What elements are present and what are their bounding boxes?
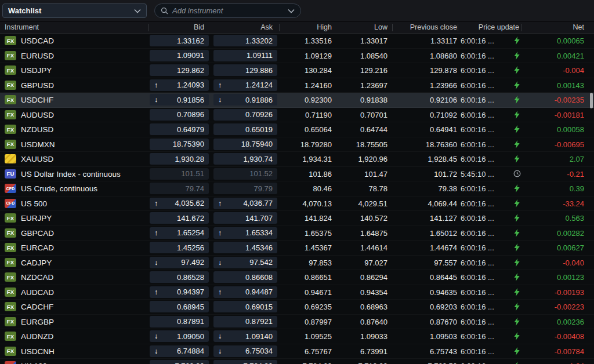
ask-button[interactable]: ↑ 0.94487 bbox=[213, 286, 277, 298]
bid-button[interactable]: 0.70896 bbox=[150, 109, 209, 121]
ask-button[interactable]: 0.70926 bbox=[213, 109, 277, 121]
high-value: 0.65064 bbox=[283, 122, 332, 137]
table-row[interactable]: FX CADCHF 0.68945 0.69015 0.69235 0.6896… bbox=[0, 300, 594, 315]
instrument-name: CADCHF bbox=[21, 300, 53, 315]
bid-button[interactable]: ↑ 1.24093 bbox=[150, 79, 209, 91]
bid-button[interactable]: ↓ 0.91856 bbox=[150, 94, 209, 105]
fx-badge: FX bbox=[5, 243, 16, 252]
table-row[interactable]: FX AUDUSD 0.70896 0.70926 0.71190 0.7070… bbox=[0, 108, 594, 123]
ask-button[interactable]: 0.65019 bbox=[213, 123, 277, 135]
table-row[interactable]: FX EURUSD 1.09091 1.09111 1.09129 1.0854… bbox=[0, 49, 594, 64]
ask-button[interactable]: 1,930.74 bbox=[213, 153, 277, 165]
table-row[interactable]: FX EURCAD 1.45256 1.45346 1.45367 1.4461… bbox=[0, 241, 594, 256]
bid-value: 1.09050 bbox=[177, 332, 204, 341]
bid-button[interactable]: 0.68945 bbox=[150, 301, 209, 312]
bid-button[interactable]: ↓ 6.74884 bbox=[150, 345, 209, 357]
table-row[interactable]: XAUUSD 1,930.28 1,930.74 1,934.31 1,920.… bbox=[0, 152, 594, 167]
column-header-low[interactable]: Low bbox=[342, 21, 387, 34]
ask-button[interactable]: 79.79 bbox=[213, 183, 277, 194]
column-divider bbox=[521, 24, 521, 31]
table-row[interactable]: FX NZDCAD 0.86528 0.86608 0.86651 0.8629… bbox=[0, 270, 594, 285]
bid-button[interactable]: ↓ 97.492 bbox=[150, 257, 209, 268]
ask-button[interactable]: ↓ 1.09140 bbox=[213, 330, 277, 342]
table-row[interactable]: FX GBPUSD ↑ 1.24093 ↑ 1.24124 1.24160 1.… bbox=[0, 78, 594, 93]
table-row[interactable]: FX USDMXN 18.75390 18.75940 18.79280 18.… bbox=[0, 137, 594, 152]
table-row[interactable]: FX GBPCAD ↑ 1.65254 ↑ 1.65334 1.65375 1.… bbox=[0, 226, 594, 241]
ask-button[interactable]: ↑ 7,764.30 bbox=[213, 360, 277, 364]
ask-button[interactable]: 1.33202 bbox=[213, 35, 277, 46]
table-row[interactable]: FX USDCAD 1.33162 1.33202 1.33516 1.3301… bbox=[0, 34, 594, 49]
table-row[interactable]: FX USDJPY 129.862 129.886 130.284 129.21… bbox=[0, 63, 594, 78]
table-row[interactable]: FX USDCNH ↓ 6.74884 ↓ 6.75034 6.75767 6.… bbox=[0, 344, 594, 359]
bid-button[interactable]: 1,930.28 bbox=[150, 153, 209, 165]
ask-button[interactable]: 101.52 bbox=[213, 168, 277, 180]
price-update-time: 6:00:16 ... bbox=[461, 329, 494, 344]
ask-button[interactable]: 129.886 bbox=[213, 64, 277, 76]
table-row[interactable]: FX AUDCAD ↑ 0.94397 ↑ 0.94487 0.94671 0.… bbox=[0, 285, 594, 300]
bid-button[interactable]: 18.75390 bbox=[150, 139, 209, 150]
ask-button[interactable]: 0.87921 bbox=[213, 316, 277, 327]
low-value: 1.23697 bbox=[342, 78, 387, 93]
table-row[interactable]: FX USDCHF ↓ 0.91856 ↓ 0.91886 0.92300 0.… bbox=[0, 93, 594, 108]
column-header-net[interactable]: Net bbox=[522, 21, 584, 34]
instrument-name: AUDUSD bbox=[21, 108, 54, 123]
high-value: 1.24160 bbox=[283, 78, 332, 93]
ask-button[interactable]: 1.09111 bbox=[213, 50, 277, 61]
price-update-time: 5:45:10 ... bbox=[461, 167, 494, 182]
table-row[interactable]: CFD US 500 ↑ 4,035.62 ↑ 4,036.77 4,070.1… bbox=[0, 196, 594, 212]
ask-button[interactable]: ↑ 1.24124 bbox=[213, 79, 277, 91]
ask-button[interactable]: ↓ 97.542 bbox=[213, 257, 277, 268]
instrument-name: NZDUSD bbox=[21, 122, 53, 137]
table-row[interactable]: CFD UK 100 ↑ 7,762.30 ↑ 7,764.30 7,784.6… bbox=[0, 359, 594, 364]
bid-button[interactable]: ↓ 1.09050 bbox=[150, 330, 209, 342]
table-row[interactable]: FX EURGBP 0.87891 0.87921 0.87997 0.8764… bbox=[0, 315, 594, 330]
bid-value: 0.68945 bbox=[177, 303, 204, 311]
ask-button[interactable]: ↓ 0.91886 bbox=[213, 94, 277, 105]
fx-badge: FX bbox=[5, 302, 16, 311]
ask-button[interactable]: ↑ 4,036.77 bbox=[213, 198, 277, 209]
ask-button[interactable]: ↑ 1.65334 bbox=[213, 227, 277, 239]
add-instrument-search[interactable]: Add instrument bbox=[154, 3, 301, 18]
ask-button[interactable]: ↓ 6.75034 bbox=[213, 345, 277, 357]
bid-button[interactable]: ↑ 1.65254 bbox=[150, 227, 209, 239]
ask-button[interactable]: 1.45346 bbox=[213, 242, 277, 253]
table-row[interactable]: FX NZDUSD 0.64979 0.65019 0.65064 0.6474… bbox=[0, 122, 594, 137]
watchlist-dropdown[interactable]: Watchlist bbox=[2, 3, 147, 18]
bid-button[interactable]: ↑ 4,035.62 bbox=[150, 198, 209, 209]
bid-button[interactable]: 1.45256 bbox=[150, 242, 209, 253]
ask-value: 0.87921 bbox=[245, 317, 273, 326]
column-header-price-update[interactable]: Price update bbox=[458, 21, 519, 34]
low-value: 7,713.20 bbox=[342, 359, 387, 364]
table-row[interactable]: FX CADJPY ↓ 97.492 ↓ 97.542 97.853 97.02… bbox=[0, 256, 594, 271]
fx-badge: FX bbox=[5, 332, 16, 341]
table-row[interactable]: FU US Dollar Index - continuous 101.51 1… bbox=[0, 167, 594, 182]
bid-button[interactable]: 0.87891 bbox=[150, 316, 209, 327]
bid-button[interactable]: 141.672 bbox=[150, 212, 209, 224]
bid-button[interactable]: 101.51 bbox=[150, 168, 209, 180]
fx-badge: FX bbox=[5, 110, 16, 119]
bid-button[interactable]: 1.33162 bbox=[150, 35, 209, 46]
ask-button[interactable]: 18.75940 bbox=[213, 139, 277, 150]
ask-button[interactable]: 0.86608 bbox=[213, 271, 277, 283]
bid-button[interactable]: ↑ 0.94397 bbox=[150, 286, 209, 298]
table-row[interactable]: FX AUDNZD ↓ 1.09050 ↓ 1.09140 1.09525 1.… bbox=[0, 329, 594, 344]
bid-button[interactable]: 129.862 bbox=[150, 64, 209, 76]
column-header-previous-close[interactable]: Previous close bbox=[394, 21, 457, 34]
column-header-high[interactable]: High bbox=[283, 21, 332, 34]
bid-button[interactable]: 0.64979 bbox=[150, 123, 209, 135]
column-header-bid[interactable]: Bid bbox=[150, 21, 209, 34]
table-row[interactable]: CFD US Crude, continuous 79.74 79.79 80.… bbox=[0, 181, 594, 196]
bid-button[interactable]: 79.74 bbox=[150, 183, 209, 194]
column-header-instrument[interactable]: Instrument bbox=[5, 21, 39, 34]
ask-button[interactable]: 0.69015 bbox=[213, 301, 277, 312]
scrollbar-thumb[interactable] bbox=[590, 93, 593, 108]
ask-button[interactable]: 141.707 bbox=[213, 212, 277, 224]
previous-close-value: 1.09503 bbox=[394, 329, 457, 344]
column-header-ask[interactable]: Ask bbox=[213, 21, 277, 34]
bid-button[interactable]: 1.09091 bbox=[150, 50, 209, 61]
bid-button[interactable]: ↑ 7,762.30 bbox=[150, 360, 209, 364]
ask-value: 0.91886 bbox=[245, 96, 273, 104]
high-value: 0.94671 bbox=[283, 285, 332, 300]
bid-button[interactable]: 0.86528 bbox=[150, 271, 209, 283]
table-row[interactable]: FX EURJPY 141.672 141.707 141.824 140.57… bbox=[0, 211, 594, 226]
